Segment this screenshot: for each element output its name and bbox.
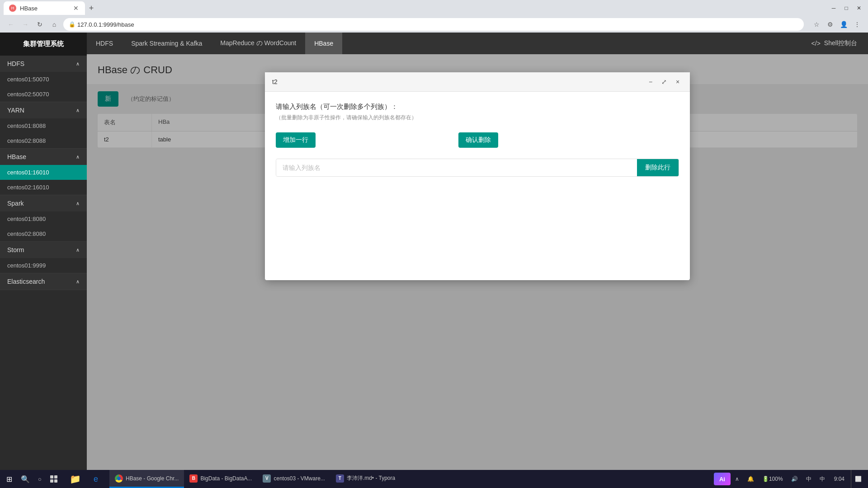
window-minimize-button[interactable]: ─ [828, 3, 839, 14]
sidebar-section-storm: Storm ∧ centos01:9999 [0, 242, 87, 273]
taskbar-app-explorer[interactable]: 📁 [65, 470, 85, 488]
taskbar-right: Ai ∧ 🔔 🔋 100% 🔊 中 中 9:04 ⬜ [714, 470, 868, 488]
explorer-icon: 📁 [70, 474, 80, 484]
task-view-button[interactable] [47, 472, 61, 486]
sidebar-section-yarn-header[interactable]: YARN ∧ [0, 102, 87, 118]
sidebar-section-storm-header[interactable]: Storm ∧ [0, 242, 87, 258]
start-icon: ⊞ [6, 475, 12, 483]
modal-title: t2 [272, 78, 278, 85]
modal-dialog: t2 − ⤢ × 请输入列族名（可一次删除多个列族）： （批量删除为非原子性操作… [265, 72, 690, 280]
nav-item-hdfs[interactable]: HDFS [87, 33, 122, 54]
sidebar-item-centos02-16010[interactable]: centos02:16010 [0, 180, 87, 195]
sidebar-item-centos02-8080[interactable]: centos02:8080 [0, 226, 87, 241]
add-row-button[interactable]: 增加一行 [276, 132, 316, 148]
sidebar-item-centos01-8088[interactable]: centos01:8088 [0, 118, 87, 133]
sidebar-section-hbase-header[interactable]: HBase ∧ [0, 149, 87, 165]
taskbar-typora-item[interactable]: T 李沛洋.md• - Typora [330, 470, 401, 488]
window-maximize-button[interactable]: □ [841, 3, 852, 14]
systray-sound[interactable]: 🔊 [788, 470, 801, 488]
show-desktop-button[interactable]: ⬜ [851, 470, 864, 488]
sidebar-section-spark-header[interactable]: Spark ∧ [0, 195, 87, 211]
lock-icon: 🔒 [69, 21, 75, 28]
taskbar-search-button[interactable]: 🔍 [18, 472, 33, 486]
right-panel: HDFS Spark Streaming & Kafka MapReduce の… [87, 33, 868, 470]
sidebar-section-spark-label: Spark [7, 200, 24, 207]
nav-item-mapreduce[interactable]: MapReduce の WordCount [211, 33, 305, 54]
bookmark-button[interactable]: ☆ [811, 19, 822, 30]
chrome-icon [115, 474, 123, 483]
taskbar-chrome-item[interactable]: HBase - Google Chr... [109, 470, 184, 488]
delete-row-button[interactable]: 删除此行 [637, 159, 679, 176]
confirm-delete-button[interactable]: 确认删除 [458, 132, 498, 148]
hbase-chevron-icon: ∧ [76, 154, 80, 160]
sidebar-section-hdfs-header[interactable]: HDFS ∧ [0, 56, 87, 72]
systray-network[interactable]: 中 [803, 470, 814, 488]
modal-actions: 增加一行 确认删除 [276, 132, 679, 148]
systray-ime[interactable]: 中 [817, 470, 828, 488]
system-tray: ∧ 🔔 🔋 100% 🔊 中 中 [732, 470, 828, 488]
taskbar-clock[interactable]: 9:04 [830, 470, 849, 488]
sidebar-item-centos02-8088[interactable]: centos02:8088 [0, 133, 87, 148]
taskbar-pinned-apps: 📁 e [65, 470, 106, 488]
battery-percent: 100% [769, 476, 783, 482]
modal-body: 请输入列族名（可一次删除多个列族）： （批量删除为非原子性操作，请确保输入的列族… [265, 92, 690, 280]
taskbar-running-apps: HBase - Google Chr... B BigData - BigDat… [109, 470, 401, 488]
modal-titlebar: t2 − ⤢ × [265, 72, 690, 92]
window-close-button[interactable]: ✕ [854, 3, 864, 14]
systray-chevron[interactable]: ∧ [732, 470, 742, 488]
home-button[interactable]: ⌂ [49, 19, 60, 30]
modal-input-row: 删除此行 [276, 159, 679, 177]
ai-button[interactable]: Ai [714, 473, 731, 485]
sidebar-item-centos01-16010[interactable]: centos01:16010 [0, 165, 87, 180]
storm-chevron-icon: ∧ [76, 247, 80, 253]
browser-chrome: H HBase ✕ + ─ □ ✕ ← → ↻ ⌂ 🔒 127.0.0.1:99… [0, 0, 868, 33]
menu-button[interactable]: ⋮ [852, 19, 863, 30]
browser-tab[interactable]: H HBase ✕ [4, 1, 85, 15]
profile-button[interactable]: 👤 [838, 19, 849, 30]
sidebar-section-es-label: Elasticsearch [7, 278, 45, 285]
nav-items: HDFS Spark Streaming & Kafka MapReduce の… [87, 33, 801, 54]
svg-rect-3 [54, 479, 57, 483]
modal-maximize-button[interactable]: ⤢ [659, 77, 669, 87]
tab-label: HBase [20, 5, 38, 12]
tab-close-button[interactable]: ✕ [72, 5, 80, 12]
modal-close-button[interactable]: × [673, 77, 683, 87]
sidebar-item-centos02-50070[interactable]: centos02:50070 [0, 87, 87, 102]
back-button[interactable]: ← [5, 19, 16, 30]
sidebar-section-hdfs: HDFS ∧ centos01:50070 centos02:50070 [0, 56, 87, 102]
modal-minimize-button[interactable]: − [646, 77, 656, 87]
tab-favicon: H [9, 5, 16, 12]
vmware-label: centos03 - VMware... [274, 475, 325, 482]
column-family-input[interactable] [276, 160, 637, 176]
sidebar-section-hbase-label: HBase [7, 153, 26, 160]
app-container: 集群管理系统 HDFS ∧ centos01:50070 centos02:50… [0, 33, 868, 470]
extensions-button[interactable]: ⚙ [825, 19, 835, 30]
sidebar-item-centos01-50070[interactable]: centos01:50070 [0, 72, 87, 87]
systray-battery[interactable]: 🔋 100% [760, 470, 786, 488]
refresh-button[interactable]: ↻ [34, 19, 45, 30]
taskbar-vmware-item[interactable]: V centos03 - VMware... [257, 470, 330, 488]
sidebar-item-centos01-8080[interactable]: centos01:8080 [0, 211, 87, 226]
nav-item-hbase[interactable]: HBase [305, 33, 342, 54]
address-input[interactable]: 🔒 127.0.0.1:9999/hbase [63, 18, 804, 31]
systray-bell[interactable]: 🔔 [745, 470, 757, 488]
sidebar-section-spark: Spark ∧ centos01:8080 centos02:8080 [0, 195, 87, 242]
cortana-button[interactable]: ○ [33, 472, 47, 486]
sidebar-section-es-header[interactable]: Elasticsearch ∧ [0, 273, 87, 290]
address-text: 127.0.0.1:9999/hbase [77, 21, 134, 28]
nav-item-spark-kafka[interactable]: Spark Streaming & Kafka [122, 33, 211, 54]
yarn-chevron-icon: ∧ [76, 108, 80, 113]
new-tab-button[interactable]: + [85, 2, 98, 14]
taskbar-bigdata-item[interactable]: B BigData - BigDataA... [184, 470, 257, 488]
sidebar-item-centos01-9999[interactable]: centos01:9999 [0, 258, 87, 273]
forward-button[interactable]: → [20, 19, 31, 30]
start-button[interactable]: ⊞ [0, 470, 18, 488]
spark-chevron-icon: ∧ [76, 201, 80, 206]
shell-button[interactable]: </> Shell控制台 [801, 33, 868, 54]
svg-rect-2 [50, 479, 53, 483]
taskbar-app-ie[interactable]: e [86, 470, 106, 488]
sidebar-section-yarn-label: YARN [7, 107, 24, 114]
typora-label: 李沛洋.md• - Typora [347, 474, 395, 482]
es-chevron-icon: ∧ [76, 279, 80, 285]
ie-icon: e [90, 474, 101, 484]
